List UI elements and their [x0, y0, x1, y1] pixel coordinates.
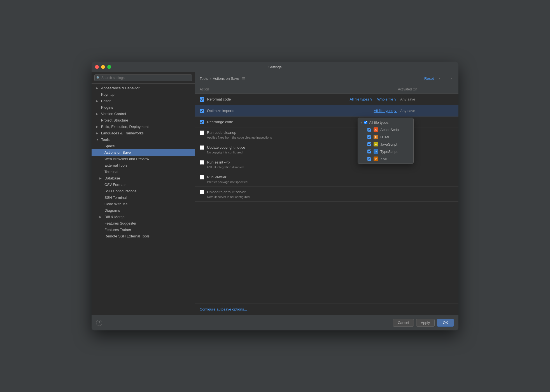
back-button[interactable]: ←: [437, 76, 444, 82]
dropdown-item-typescript[interactable]: TS TypeScript: [358, 148, 413, 155]
sidebar-item-ssh-terminal[interactable]: SSH Terminal: [92, 194, 195, 201]
reset-button[interactable]: Reset: [424, 76, 434, 81]
close-button[interactable]: [95, 65, 99, 69]
sidebar-item-languages[interactable]: ▶ Languages & Frameworks: [92, 130, 195, 136]
sidebar-item-label: Code With Me: [104, 202, 127, 206]
file-type-dropdown-reformat[interactable]: All file types ∨: [349, 97, 374, 102]
checkbox-run-code-cleanup[interactable]: [200, 130, 204, 135]
actionscript-icon: AS: [374, 127, 378, 132]
checkbox-javascript[interactable]: [367, 142, 371, 146]
sidebar-item-editor[interactable]: ▶ Editor: [92, 98, 195, 104]
sidebar-item-web-browsers[interactable]: Web Browsers and Preview: [92, 156, 195, 162]
sidebar-item-keymap[interactable]: Keymap: [92, 91, 195, 98]
traffic-lights: [95, 65, 111, 69]
checkbox-run-prettier[interactable]: [200, 175, 204, 179]
configure-autosave-link[interactable]: Configure autosave options...: [200, 307, 247, 311]
sidebar-item-appearance[interactable]: ▶ Appearance & Behavior: [92, 85, 195, 91]
sidebar-item-space[interactable]: Space: [92, 143, 195, 149]
javascript-icon: JS: [374, 142, 378, 146]
sidebar-item-remote-ssh[interactable]: Remote SSH External Tools: [92, 233, 195, 239]
sidebar-item-diagrams[interactable]: Diagrams: [92, 207, 195, 214]
sidebar-item-terminal[interactable]: Terminal: [92, 169, 195, 175]
row-optimize-imports: Optimize imports All file types ∨ Any sa…: [195, 105, 458, 117]
html-icon: H: [374, 135, 378, 139]
content-header: Tools › Actions on Save ☰ Reset ← →: [195, 72, 458, 85]
sidebar-item-external-tools[interactable]: External Tools: [92, 162, 195, 169]
dropdown-item-xml[interactable]: </> XML: [358, 155, 413, 162]
checkbox-html[interactable]: [367, 135, 371, 139]
ok-button[interactable]: OK: [437, 319, 454, 327]
scope-dropdown-reformat[interactable]: Whole file ∨: [376, 97, 398, 102]
sidebar-item-plugins[interactable]: Plugins: [92, 104, 195, 111]
sidebar-item-ssh-configurations[interactable]: SSH Configurations: [92, 188, 195, 194]
checkbox-xml[interactable]: [367, 157, 371, 161]
sidebar-item-features-suggester[interactable]: Features Suggester: [92, 220, 195, 227]
sidebar-item-csv-formats[interactable]: CSV Formats: [92, 181, 195, 188]
file-type-dropdown-optimize[interactable]: All file types ∨: [373, 108, 398, 113]
checkbox-typescript[interactable]: [367, 150, 371, 153]
sidebar-item-label: SSH Configurations: [104, 189, 136, 193]
row-title-update-copyright: Update copyright notice: [207, 145, 245, 150]
checkbox-upload-server[interactable]: [200, 190, 204, 194]
chevron-down-icon: ∨: [394, 97, 397, 101]
sidebar-item-label: Project Structure: [101, 118, 128, 122]
search-input[interactable]: [94, 74, 192, 81]
window-title: Settings: [269, 65, 282, 69]
minimize-button[interactable]: [101, 65, 105, 69]
chevron-right-icon: ▶: [96, 87, 100, 90]
row-title-optimize-imports: Optimize imports: [207, 109, 234, 113]
dropdown-item-label: All file types: [369, 120, 388, 125]
sidebar-item-build[interactable]: ▶ Build, Execution, Deployment: [92, 123, 195, 130]
sidebar-item-features-trainer[interactable]: Features Trainer: [92, 227, 195, 233]
dropdown-item-javascript[interactable]: JS JavaScript: [358, 141, 413, 148]
sidebar-item-version-control[interactable]: ▶ Version Control: [92, 111, 195, 117]
dropdown-all-file-types[interactable]: ∨ All file types: [358, 119, 413, 126]
row-controls-optimize-imports: All file types ∨: [373, 108, 398, 113]
settings-window: Settings 🔍 ▶ Appearance & Behavior Keyma…: [92, 62, 458, 330]
row-title-upload-server: Upload to default server: [207, 190, 246, 194]
sidebar-item-diff-merge[interactable]: ▶ Diff & Merge: [92, 214, 195, 220]
nav-tree: ▶ Appearance & Behavior Keymap ▶ Editor …: [92, 84, 195, 315]
cancel-button[interactable]: Cancel: [393, 319, 414, 327]
sidebar-item-label: Space: [104, 144, 115, 148]
sidebar-item-project-structure[interactable]: Project Structure: [92, 117, 195, 123]
dropdown-item-actionscript[interactable]: AS ActionScript: [358, 126, 413, 133]
dropdown-item-html[interactable]: H HTML: [358, 133, 413, 141]
checkbox-all-file-types[interactable]: [364, 121, 367, 124]
checkbox-rearrange-code[interactable]: [200, 120, 204, 124]
apply-button[interactable]: Apply: [416, 319, 435, 327]
maximize-button[interactable]: [107, 65, 111, 69]
gear-button[interactable]: ☰: [241, 76, 247, 81]
checkbox-update-copyright[interactable]: [200, 145, 204, 150]
chevron-down-icon: ∨: [370, 97, 373, 101]
breadcrumb-parent[interactable]: Tools: [200, 76, 208, 81]
footer: ? Cancel Apply OK: [92, 315, 458, 330]
main-layout: 🔍 ▶ Appearance & Behavior Keymap ▶ Edito…: [92, 72, 458, 315]
checkbox-optimize-imports[interactable]: [200, 109, 204, 113]
col-action-header: Action: [200, 87, 398, 91]
content-area: Tools › Actions on Save ☰ Reset ← → Acti…: [195, 72, 458, 315]
sidebar-item-label: Plugins: [101, 105, 113, 109]
row-reformat-code: Reformat code All file types ∨ Whole fil…: [195, 94, 458, 105]
row-controls-reformat-code: All file types ∨ Whole file ∨: [349, 97, 398, 102]
row-upload-server: Upload to default server Default server …: [195, 187, 458, 202]
checkbox-reformat-code[interactable]: [200, 97, 204, 102]
row-title-run-prettier: Run Prettier: [207, 175, 226, 179]
save-label-reformat: Any save: [398, 97, 454, 102]
sidebar-item-tools[interactable]: ▼ Tools: [92, 136, 195, 143]
sidebar-item-code-with-me[interactable]: Code With Me: [92, 201, 195, 207]
save-label-optimize: Any save: [398, 108, 454, 114]
sidebar-item-label: Languages & Frameworks: [101, 131, 144, 135]
checkbox-actionscript[interactable]: [367, 128, 371, 132]
row-subtitle-upload-server: Default server is not configured: [207, 195, 454, 199]
checkbox-run-eslint[interactable]: [200, 160, 204, 165]
help-button[interactable]: ?: [96, 320, 102, 326]
sidebar-item-label: Actions on Save: [104, 150, 131, 155]
row-title-run-code-cleanup: Run code cleanup: [207, 130, 236, 135]
sidebar-item-database[interactable]: ▶ Database: [92, 175, 195, 181]
search-container: 🔍: [92, 72, 195, 84]
sidebar-item-actions-on-save[interactable]: Actions on Save: [92, 149, 195, 156]
dropdown-item-label: JavaScript: [380, 142, 397, 146]
bottom-link-container: Configure autosave options...: [195, 304, 458, 315]
forward-button[interactable]: →: [447, 76, 454, 82]
